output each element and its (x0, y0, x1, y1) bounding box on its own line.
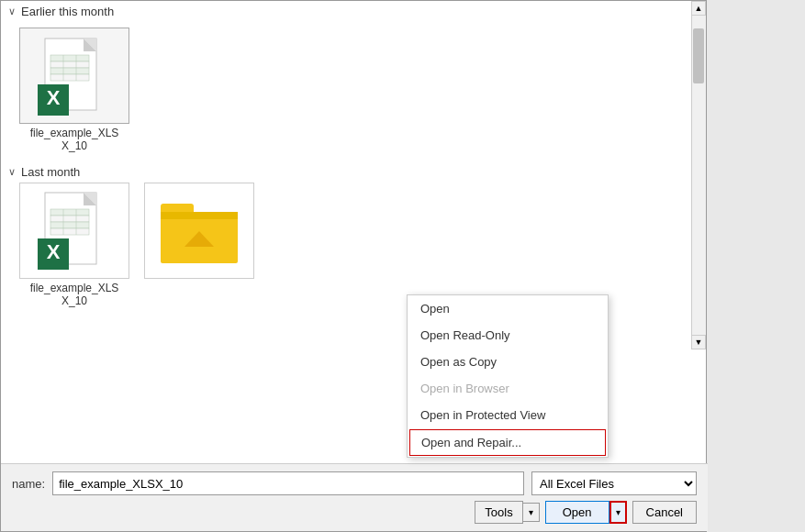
svg-rect-17 (50, 228, 89, 235)
section-last-month-label: Last month (21, 165, 80, 179)
scrollbar[interactable]: ▲ ▼ (691, 1, 706, 349)
filename-input[interactable] (52, 471, 524, 495)
scroll-up-button[interactable]: ▲ (691, 1, 706, 16)
svg-text:X: X (47, 240, 61, 263)
svg-text:X: X (47, 86, 61, 109)
open-dropdown-arrow[interactable]: ▾ (609, 501, 627, 524)
earlier-this-month-files: X file_example_XLSX_10 (1, 22, 693, 161)
dropdown-item-open-and-repair[interactable]: Open and Repair... (409, 429, 606, 456)
svg-rect-3 (50, 55, 89, 61)
tools-dropdown-arrow[interactable]: ▾ (523, 503, 540, 522)
cancel-button[interactable]: Cancel (632, 501, 697, 524)
file-label-excel2: file_example_XLSX_10 (30, 282, 119, 307)
open-dropdown-menu: Open Open Read-Only Open as Copy Open in… (407, 294, 609, 458)
file-dialog: ∨ Earlier this month (0, 0, 707, 532)
file-label-excel1: file_example_XLSX_10 (30, 127, 119, 152)
section-earlier-this-month[interactable]: ∨ Earlier this month (1, 1, 693, 22)
filename-label: name: (12, 477, 45, 491)
chevron-down-icon-2: ∨ (8, 166, 16, 178)
scrollbar-thumb[interactable] (693, 28, 704, 83)
chevron-down-icon: ∨ (8, 6, 16, 17)
bottom-bar: name: All Excel Files Excel Workbooks Al… (1, 463, 708, 531)
file-thumbnail-excel2: X (19, 183, 129, 279)
open-button-group: Open ▾ (545, 501, 627, 524)
dropdown-item-as-copy[interactable]: Open as Copy (408, 349, 608, 375)
svg-rect-4 (50, 61, 89, 68)
section-earlier-label: Earlier this month (21, 5, 114, 18)
filetype-select[interactable]: All Excel Files Excel Workbooks All File… (531, 471, 697, 495)
file-item-excel1[interactable]: X file_example_XLSX_10 (19, 28, 129, 152)
excel-file-icon: X (38, 37, 111, 115)
svg-rect-16 (50, 222, 89, 228)
file-item-excel2[interactable]: X file_example_XLSX_10 (19, 183, 129, 307)
file-thumbnail-folder (144, 183, 254, 279)
section-last-month[interactable]: ∨ Last month (1, 161, 693, 183)
last-month-files: X file_example_XLSX_10 (1, 183, 693, 307)
tools-button-group: Tools ▾ (475, 501, 539, 524)
svg-rect-24 (161, 212, 238, 219)
dropdown-item-read-only[interactable]: Open Read-Only (408, 322, 608, 349)
file-item-folder[interactable] (144, 183, 254, 307)
svg-rect-6 (50, 74, 89, 81)
tools-button[interactable]: Tools (475, 501, 522, 524)
dropdown-item-protected-view[interactable]: Open in Protected View (408, 402, 608, 428)
button-row: Tools ▾ Open ▾ Cancel (12, 501, 697, 524)
scroll-down-button[interactable]: ▼ (691, 335, 706, 349)
open-button[interactable]: Open (545, 501, 609, 524)
dropdown-item-open[interactable]: Open (408, 295, 608, 322)
file-thumbnail-excel1: X (19, 28, 129, 124)
svg-rect-5 (50, 68, 89, 74)
filename-row: name: All Excel Files Excel Workbooks Al… (12, 471, 697, 495)
svg-rect-15 (50, 216, 89, 222)
svg-rect-14 (50, 209, 89, 216)
dropdown-item-in-browser: Open in Browser (408, 375, 608, 402)
dialog-background: ∨ Earlier this month (0, 0, 805, 532)
